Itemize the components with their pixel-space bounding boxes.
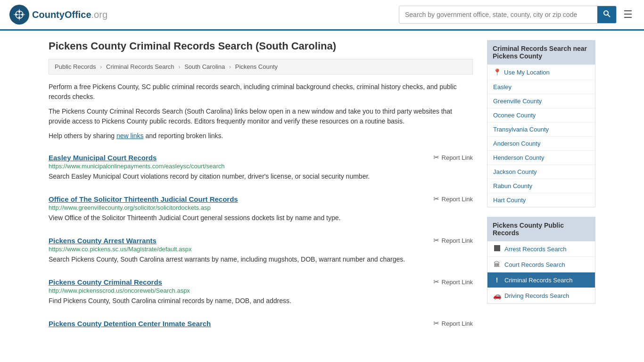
logo-text: CountyOffice.org — [32, 9, 107, 20]
breadcrumb-public-records[interactable]: Public Records — [55, 63, 96, 70]
sidebar-location-transylvania[interactable]: Transylvania County — [487, 123, 595, 137]
logo-icon — [9, 5, 29, 25]
result-title[interactable]: Pickens County Criminal Records — [49, 278, 162, 286]
sidebar-section-records: Pickens County Public Records Arrest Rec… — [487, 217, 595, 304]
arrest-records-icon — [493, 245, 501, 253]
result-title[interactable]: Office of The Solicitor Thirteenth Judic… — [49, 195, 238, 203]
result-url: https://www.co.pickens.sc.us/Magistrate/… — [49, 246, 473, 253]
breadcrumb-current: Pickens County — [235, 63, 278, 70]
result-desc: Find Pickens County, South Carolina crim… — [49, 296, 473, 306]
result-desc: Search Pickens County, South Carolina ar… — [49, 255, 473, 264]
location-pin-icon: 📍 — [493, 68, 501, 76]
page-title: Pickens County Criminal Records Search (… — [49, 40, 473, 52]
scissors-icon: ✂ — [433, 236, 439, 245]
sidebar-location-rabun[interactable]: Rabun County — [487, 179, 595, 193]
result-title[interactable]: Pickens County Arrest Warrants — [49, 237, 157, 245]
result-desc: Search Easley Municipal Court violations… — [49, 172, 473, 181]
sidebar-location-jackson[interactable]: Jackson County — [487, 165, 595, 179]
scissors-icon: ✂ — [433, 278, 439, 286]
breadcrumb-criminal-records[interactable]: Criminal Records Search — [106, 63, 174, 70]
search-button[interactable] — [597, 6, 616, 23]
criminal-records-icon: ! — [493, 276, 501, 284]
sidebar-item-criminal-records[interactable]: ! Criminal Records Search — [487, 272, 595, 288]
result-item: Office of The Solicitor Thirteenth Judic… — [49, 195, 473, 225]
sidebar-item-arrest-records[interactable]: Arrest Records Search — [487, 241, 595, 257]
result-item: Pickens County Detention Center Inmate S… — [49, 319, 473, 330]
scissors-icon: ✂ — [433, 153, 439, 162]
sidebar-section-nearby: Criminal Records Search near Pickens Cou… — [487, 40, 595, 207]
sidebar-records-list: Arrest Records Search 🏛 Court Records Se… — [487, 241, 595, 304]
desc-para-2: The Pickens County Criminal Records Sear… — [49, 107, 473, 126]
main-container: Pickens County Criminal Records Search (… — [39, 31, 605, 351]
svg-line-9 — [608, 15, 610, 17]
desc-para-1: Perform a free Pickens County, SC public… — [49, 82, 473, 102]
header-right: ☰ — [399, 6, 635, 24]
sidebar-item-driving-records[interactable]: 🚗 Driving Records Search — [487, 288, 595, 303]
result-title[interactable]: Easley Municipal Court Records — [49, 154, 157, 162]
new-links-link[interactable]: new links — [116, 132, 144, 140]
result-url: http://www.greenvillecounty.org/solicito… — [49, 204, 473, 211]
report-link-btn[interactable]: ✂ Report Link — [433, 236, 473, 245]
sidebar: Criminal Records Search near Pickens Cou… — [487, 40, 595, 342]
desc-para-3: Help others by sharing new links and rep… — [49, 131, 473, 141]
sidebar-header-nearby: Criminal Records Search near Pickens Cou… — [487, 40, 595, 65]
search-input[interactable] — [399, 7, 597, 22]
logo-area[interactable]: CountyOffice.org — [9, 5, 107, 25]
sidebar-item-court-records[interactable]: 🏛 Court Records Search — [487, 257, 595, 272]
court-records-icon: 🏛 — [493, 261, 501, 268]
report-link-btn[interactable]: ✂ Report Link — [433, 319, 473, 328]
site-header: CountyOffice.org ☰ — [0, 0, 644, 31]
report-link-btn[interactable]: ✂ Report Link — [433, 195, 473, 203]
report-link-btn[interactable]: ✂ Report Link — [433, 278, 473, 286]
content-area: Pickens County Criminal Records Search (… — [49, 40, 473, 342]
search-bar — [399, 6, 617, 24]
use-my-location[interactable]: 📍 Use My Location — [487, 65, 595, 80]
breadcrumb: Public Records › Criminal Records Search… — [49, 59, 473, 74]
driving-records-icon: 🚗 — [493, 292, 501, 299]
breadcrumb-south-carolina[interactable]: South Carolina — [184, 63, 225, 70]
report-link-btn[interactable]: ✂ Report Link — [433, 153, 473, 162]
result-url: http://www.pickensscrod.us/oncoreweb/Sea… — [49, 287, 473, 294]
description: Perform a free Pickens County, SC public… — [49, 82, 473, 141]
result-item: Pickens County Criminal Records ✂ Report… — [49, 278, 473, 308]
svg-point-8 — [604, 11, 608, 15]
result-desc: View Office of the Solicitor Thirteenth … — [49, 213, 473, 223]
scissors-icon: ✂ — [433, 195, 439, 203]
sidebar-location-henderson[interactable]: Henderson County — [487, 151, 595, 165]
sidebar-location-easley[interactable]: Easley — [487, 80, 595, 94]
sidebar-location-oconee[interactable]: Oconee County — [487, 108, 595, 123]
result-item: Easley Municipal Court Records ✂ Report … — [49, 153, 473, 183]
scissors-icon: ✂ — [433, 319, 439, 328]
sidebar-location-hart[interactable]: Hart County — [487, 193, 595, 207]
result-title[interactable]: Pickens County Detention Center Inmate S… — [49, 320, 211, 328]
sidebar-location-greenville[interactable]: Greenville County — [487, 94, 595, 108]
sidebar-location-anderson[interactable]: Anderson County — [487, 137, 595, 151]
sidebar-nearby-list: 📍 Use My Location Easley Greenville Coun… — [487, 65, 595, 207]
sidebar-header-records: Pickens County Public Records — [487, 217, 595, 241]
result-item: Pickens County Arrest Warrants ✂ Report … — [49, 236, 473, 266]
hamburger-button[interactable]: ☰ — [621, 7, 635, 23]
result-url: https://www.municipalonlinepayments.com/… — [49, 163, 473, 170]
